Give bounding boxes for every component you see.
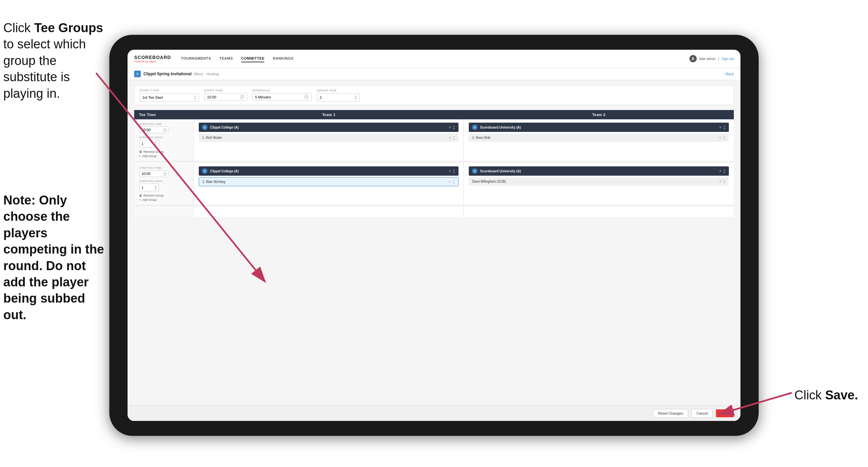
starting-time-input-2[interactable]: 10:05 🕐 (139, 170, 169, 177)
intervals-clock-icon: 🕐 (304, 95, 309, 99)
team2-controls-1: ✕ ▲▼ (719, 125, 725, 130)
player-remove-1-1[interactable]: ✕ (448, 136, 451, 140)
starting-hole-value-1: 1 (142, 142, 144, 146)
remove-group-label-1: Remove Group (144, 150, 164, 153)
team2-card-content-1: S Scoreboard University (A) (472, 125, 521, 130)
breadcrumb-back[interactable]: ‹ Back (723, 72, 734, 76)
group-size-field: Group Size 2 ▲▼ (317, 89, 360, 101)
reset-button[interactable]: Reset Changes (653, 409, 688, 418)
breadcrumb-icon: B (134, 70, 141, 77)
team1-name-1: Clippd College (A) (210, 126, 239, 129)
starting-hole-value-2: 1 (142, 185, 144, 189)
tablet-screen: SCOREBOARD Powered by clippd TOURNAMENTS… (128, 50, 740, 421)
team1-controls-1: ✕ ▲▼ (448, 125, 455, 130)
team1-icon-1: C (202, 125, 207, 130)
starting-hole-input-1[interactable]: 1 ▲▼ (139, 140, 159, 147)
nav-avatar: B (689, 55, 697, 62)
save-button[interactable]: Save (716, 409, 734, 417)
player-name-1-2: 2. Blair McHarg (203, 180, 225, 184)
player-controls-2-2: ✕ ▲▼ (719, 179, 725, 184)
starting-hole-input-2[interactable]: 1 ▲▼ (139, 184, 159, 191)
group-size-input[interactable]: 2 ▲▼ (317, 93, 360, 101)
start-time-field: Start Time 10:00 🕐 (204, 89, 247, 101)
remove-group-btn-2[interactable]: 🗑 Remove Group (139, 194, 188, 197)
nav-signout[interactable]: Sign out (721, 57, 734, 61)
player-arrows-1-2[interactable]: ▲▼ (453, 179, 455, 184)
team2-arrows-2[interactable]: ▲▼ (723, 169, 725, 174)
start-type-field: Start Type 1st Tee Start ▲▼ (140, 89, 199, 101)
player-arrows-2-2[interactable]: ▲▼ (723, 179, 725, 184)
cancel-button[interactable]: Cancel (691, 409, 713, 418)
team1-card-1[interactable]: C Clippd College (A) ✕ ▲▼ (199, 123, 459, 132)
add-group-btn-1[interactable]: + Add Group (139, 154, 188, 158)
nav-user: B blair admin | Sign out (689, 55, 734, 62)
nav-tournaments[interactable]: TOURNAMENTS (181, 55, 211, 62)
nav-rankings[interactable]: RANKINGS (273, 55, 293, 62)
team1-card-content-1: C Clippd College (A) (202, 125, 239, 130)
header-team1: Team 1 (194, 110, 464, 119)
team2-remove-1[interactable]: ✕ (719, 126, 721, 129)
hole-spinner-1[interactable]: ▲▼ (154, 141, 157, 146)
team2-card-2[interactable]: S Scoreboard University (A) ✕ ▲▼ (469, 166, 729, 176)
tee-groups-bold: Tee Groups (34, 21, 103, 35)
player-card-1-2: 2. Blair McHarg ✕ ▲▼ (199, 177, 459, 186)
header-team2: Team 2 (464, 110, 734, 119)
tee-table-header: Tee Time Team 1 Team 2 (134, 110, 734, 119)
team2-arrows-1[interactable]: ▲▼ (723, 125, 725, 130)
team2-card-1[interactable]: S Scoreboard University (A) ✕ ▲▼ (469, 123, 729, 132)
hole-spinner-2[interactable]: ▲▼ (154, 185, 157, 190)
nav-teams[interactable]: TEAMS (219, 55, 233, 62)
player-card-1-1: 1. Rich Butler ✕ ▲▼ (199, 134, 459, 142)
clock-icon: 🕐 (240, 95, 244, 99)
team1-arrows-1[interactable]: ▲▼ (453, 125, 455, 130)
click-save-label: Click Save. (795, 388, 858, 402)
footer-bar: Reset Changes Cancel Save (128, 405, 740, 421)
add-group-btn-2[interactable]: + Add Group (139, 198, 188, 202)
player-remove-2-2[interactable]: ✕ (719, 180, 721, 183)
group-size-spinner[interactable]: ▲▼ (354, 95, 357, 100)
time-clock-icon-1: 🕐 (163, 128, 167, 132)
intervals-input[interactable]: 5 Minutes 🕐 (252, 93, 312, 101)
remove-group-btn-1[interactable]: 🗑 Remove Group (139, 150, 188, 153)
team2-remove-2[interactable]: ✕ (719, 169, 721, 173)
intervals-field: Intervals 5 Minutes 🕐 (252, 89, 312, 101)
team1-name-2: Clippd College (A) (210, 169, 239, 173)
nav-separator: | (718, 57, 719, 61)
scoreboard-logo: SCOREBOARD Powered by clippd (134, 55, 171, 63)
team1-cell-2: C Clippd College (A) ✕ ▲▼ 2. Blair McHar… (194, 163, 464, 205)
player-remove-1-2[interactable]: ✕ (448, 180, 451, 184)
player-remove-2-1[interactable]: ✕ (719, 136, 721, 140)
starting-hole-label-1: STARTING HOLE: (139, 136, 188, 139)
content-area: Start Type 1st Tee Start ▲▼ Start Time 1… (128, 80, 740, 405)
starting-time-input-1[interactable]: 10:00 🕐 (139, 126, 169, 133)
header-tee-time: Tee Time (134, 110, 194, 119)
team1-arrows-2[interactable]: ▲▼ (453, 169, 455, 174)
nav-links: TOURNAMENTS TEAMS COMMITTEE RANKINGS (181, 55, 689, 62)
nav-committee[interactable]: COMMITTEE (241, 55, 265, 62)
breadcrumb-bar: B Clippd Spring Invitational (Men) Hosti… (128, 68, 740, 80)
team1-controls-2: ✕ ▲▼ (448, 169, 455, 174)
tee-row-partial (134, 207, 734, 217)
player-arrows-2-1[interactable]: ▲▼ (723, 135, 725, 140)
tablet-shell: SCOREBOARD Powered by clippd TOURNAMENTS… (109, 35, 759, 436)
navbar: SCOREBOARD Powered by clippd TOURNAMENTS… (128, 50, 740, 68)
team2-cell-2: S Scoreboard University (A) ✕ ▲▼ Dave Bi… (464, 163, 734, 205)
start-type-input[interactable]: 1st Tee Start ▲▼ (140, 93, 199, 101)
team1-card-2[interactable]: C Clippd College (A) ✕ ▲▼ (199, 166, 459, 176)
player-controls-1-2: ✕ ▲▼ (448, 179, 455, 184)
team1-icon-2: C (202, 168, 207, 174)
start-time-input[interactable]: 10:00 🕐 (204, 93, 247, 101)
logo-title: SCOREBOARD (134, 55, 171, 60)
remove-group-label-2: Remove Group (144, 194, 164, 197)
team1-remove-1[interactable]: ✕ (448, 126, 451, 129)
start-type-spinner[interactable]: ▲▼ (194, 95, 196, 100)
team1-card-content-2: C Clippd College (A) (202, 168, 239, 174)
team1-remove-2[interactable]: ✕ (448, 169, 451, 173)
breadcrumb-hosting: Hosting (207, 72, 219, 76)
instruction-prefix: Click (3, 21, 34, 35)
group-size-value: 2 (320, 95, 322, 99)
trash-icon-2: 🗑 (139, 194, 142, 197)
add-group-label-1: Add Group (142, 154, 157, 158)
player-arrows-1-1[interactable]: ▲▼ (453, 135, 455, 140)
player-card-2-1: 1. Rees Britt ✕ ▲▼ (469, 134, 729, 142)
